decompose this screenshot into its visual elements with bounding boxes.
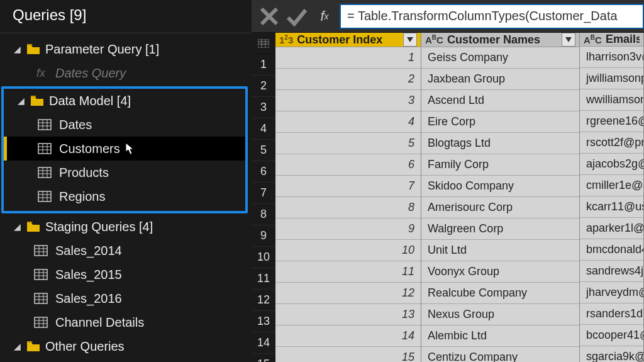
column-label: Customer Index <box>297 33 399 47</box>
query-item[interactable]: fxDates Query <box>0 61 252 85</box>
cell-email[interactable]: wwilliamson1g@ <box>580 89 643 111</box>
cell-email[interactable]: aparker1l@pcw <box>580 218 643 239</box>
query-item-label: Customers <box>59 142 120 156</box>
query-group-header[interactable]: ◢Parameter Query [1] <box>0 37 252 61</box>
query-item-label: Sales_2014 <box>55 244 122 258</box>
formula-bar: fx = Table.TransformColumnTypes(Customer… <box>252 0 644 33</box>
column-filter-button[interactable] <box>562 33 575 47</box>
query-item-label: Sales_2016 <box>55 291 122 306</box>
column-header-emails[interactable]: ABC Emails <box>580 33 643 47</box>
cell-customer-index[interactable]: 2 <box>275 69 421 90</box>
cell-customer-index[interactable]: 7 <box>275 176 421 197</box>
query-item-label: Regions <box>59 189 105 204</box>
cell-customer-index[interactable]: 12 <box>275 283 421 304</box>
cell-customer-index[interactable]: 10 <box>275 240 421 261</box>
row-number[interactable]: 5 <box>252 140 275 161</box>
row-number[interactable]: 7 <box>252 183 275 204</box>
row-number[interactable]: 6 <box>252 161 275 183</box>
row-number[interactable]: 9 <box>252 225 275 247</box>
query-item[interactable]: Regions <box>4 184 245 208</box>
expand-icon: ◢ <box>14 44 21 54</box>
cell-email[interactable]: cmiller1e@stat <box>580 175 643 196</box>
cell-customer-name[interactable]: Skidoo Company <box>421 176 579 197</box>
cell-email[interactable]: rsanders1d@lat <box>580 303 643 325</box>
query-item[interactable]: Customers <box>4 137 245 161</box>
cell-email[interactable]: sandrews4j@cis <box>580 261 643 282</box>
query-item[interactable]: Sales_2016 <box>0 286 252 310</box>
row-number[interactable]: 2 <box>252 76 275 97</box>
cell-customer-name[interactable]: Realcube Company <box>421 283 579 304</box>
cell-customer-index[interactable]: 13 <box>275 304 421 325</box>
query-group-header[interactable]: ◢Data Model [4] <box>4 89 245 113</box>
query-item[interactable]: Products <box>4 161 245 184</box>
cell-email[interactable]: bcooper41@gu <box>580 325 643 346</box>
cell-email[interactable]: jharveydm@ets <box>580 282 643 303</box>
query-item[interactable]: Sales_2015 <box>0 263 252 286</box>
row-number[interactable]: 10 <box>252 247 275 268</box>
cell-customer-index[interactable]: 1 <box>275 47 421 69</box>
table-icon <box>34 293 48 304</box>
cell-customer-index[interactable]: 15 <box>275 347 421 362</box>
formula-input[interactable]: = Table.TransformColumnTypes(Customer_Da… <box>340 4 644 29</box>
column-header-customer-names[interactable]: ABC Customer Names <box>421 33 579 47</box>
cell-customer-name[interactable]: Walgreen Corp <box>421 218 579 240</box>
cell-customer-name[interactable]: Alembic Ltd <box>421 325 579 347</box>
cell-email[interactable]: bmcdonald47@ <box>580 239 643 261</box>
cell-customer-index[interactable]: 3 <box>275 90 421 111</box>
cell-customer-name[interactable]: Centizu Company <box>421 347 579 362</box>
cell-customer-name[interactable]: Jaxbean Group <box>421 69 579 90</box>
cell-email[interactable]: rscott2f@printf <box>580 132 643 154</box>
query-group-header[interactable]: ◢Staging Queries [4] <box>0 215 252 239</box>
row-number[interactable]: 15 <box>252 354 275 362</box>
cell-email[interactable]: jwilliamsonpk@ <box>580 68 643 89</box>
cell-customer-index[interactable]: 6 <box>275 154 421 176</box>
cell-customer-name[interactable]: Ascend Ltd <box>421 90 579 111</box>
query-group-header[interactable]: ◢Other Queries <box>0 334 252 358</box>
query-item-label: Dates <box>59 118 92 132</box>
column-filter-button[interactable] <box>403 33 417 47</box>
row-number[interactable]: 13 <box>252 311 275 332</box>
cell-customer-index[interactable]: 5 <box>275 133 421 154</box>
folder-icon <box>26 43 40 55</box>
cell-customer-name[interactable]: Geiss Company <box>421 47 579 69</box>
row-number[interactable]: 14 <box>252 332 275 354</box>
cell-customer-name[interactable]: Amerisourc Corp <box>421 197 579 218</box>
row-number[interactable]: 11 <box>252 268 275 290</box>
text-type-icon: ABC <box>584 34 602 45</box>
select-all-corner[interactable] <box>252 33 275 54</box>
cell-customer-name[interactable]: Eire Corp <box>421 111 579 133</box>
table-icon <box>34 317 48 328</box>
row-number[interactable]: 12 <box>252 290 275 311</box>
column-header-customer-index[interactable]: 123 Customer Index <box>275 33 421 47</box>
cell-customer-index[interactable]: 9 <box>275 218 421 240</box>
queries-tree: ◢Parameter Query [1]fxDates Query◢Data M… <box>0 33 252 362</box>
query-item[interactable]: Sales_2014 <box>0 239 252 263</box>
cell-customer-name[interactable]: Nexus Group <box>421 304 579 325</box>
queries-sidebar: Queries [9] ◢Parameter Query [1]fxDates … <box>0 0 252 362</box>
cell-email[interactable]: ajacobs2g@sea <box>580 154 643 175</box>
svg-rect-40 <box>258 39 269 48</box>
cell-email[interactable]: lharrison3v@ee <box>580 47 643 68</box>
cell-customer-index[interactable]: 4 <box>275 111 421 133</box>
cell-customer-index[interactable]: 11 <box>275 261 421 283</box>
query-item[interactable]: Dates <box>4 113 245 137</box>
cell-email[interactable]: rgreene16@dev <box>580 111 643 132</box>
cell-customer-name[interactable]: Blogtags Ltd <box>421 133 579 154</box>
query-item[interactable]: Channel Details <box>0 310 252 334</box>
row-number[interactable]: 1 <box>252 54 275 76</box>
cell-customer-name[interactable]: Voonyx Group <box>421 261 579 283</box>
table-icon <box>38 167 52 178</box>
formula-cancel-button[interactable] <box>257 5 282 28</box>
group-label: Staging Queries [4] <box>45 220 153 234</box>
formula-commit-button[interactable] <box>284 5 309 28</box>
cell-customer-name[interactable]: Family Corp <box>421 154 579 176</box>
cell-email[interactable]: kcarr11@ustrea <box>580 196 643 218</box>
row-number[interactable]: 3 <box>252 97 275 118</box>
cell-customer-name[interactable]: Unit Ltd <box>421 240 579 261</box>
row-number[interactable]: 4 <box>252 118 275 140</box>
cell-email[interactable]: sgarcia9k@mv <box>580 346 643 362</box>
cell-customer-index[interactable]: 14 <box>275 325 421 347</box>
cell-customer-index[interactable]: 8 <box>275 197 421 218</box>
expand-icon: ◢ <box>18 96 25 106</box>
row-number[interactable]: 8 <box>252 204 275 225</box>
